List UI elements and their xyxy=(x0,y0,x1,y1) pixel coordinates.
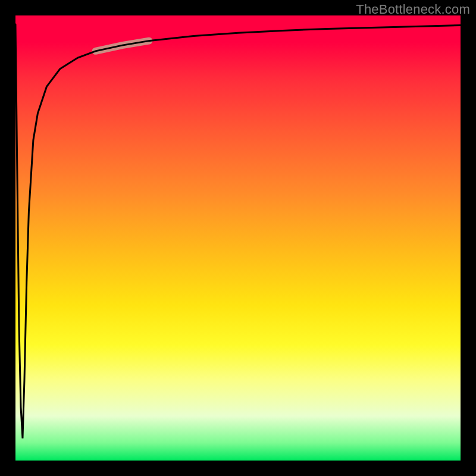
bottleneck-curve xyxy=(15,24,461,439)
curve-layer xyxy=(15,15,461,461)
watermark-text: TheBottleneck.com xyxy=(356,2,470,17)
chart-frame: TheBottleneck.com xyxy=(0,0,476,476)
